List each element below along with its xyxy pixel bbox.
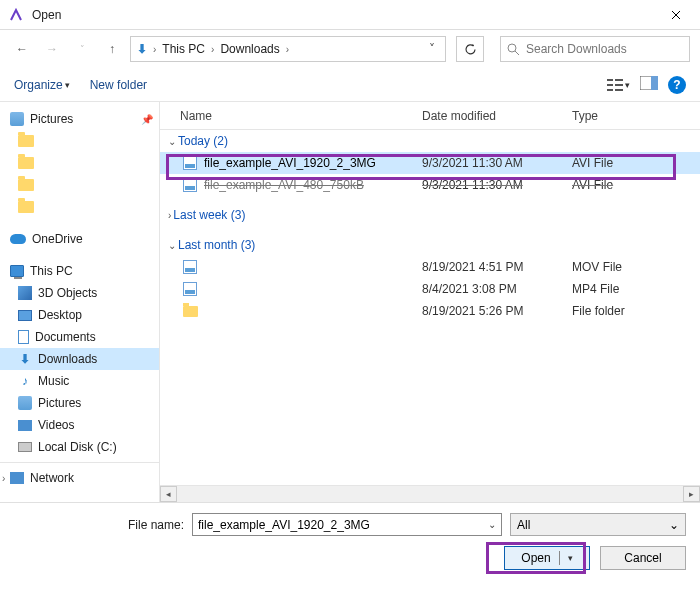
toolbar: Organize ▾ New folder ▾ ? — [0, 68, 700, 102]
filename-input[interactable]: file_example_AVI_1920_2_3MG ⌄ — [192, 513, 502, 536]
svg-line-1 — [515, 51, 519, 55]
file-row[interactable]: 8/4/2021 3:08 PM MP4 File — [160, 278, 700, 300]
column-date[interactable]: Date modified — [422, 109, 572, 123]
sidebar-quick-folder[interactable] — [0, 174, 159, 196]
breadcrumb-thispc[interactable]: This PC — [160, 42, 207, 56]
address-dropdown[interactable]: ˅ — [423, 42, 441, 56]
open-button[interactable]: Open▾ — [504, 546, 590, 570]
address-bar[interactable]: ⬇ › This PC › Downloads › ˅ — [130, 36, 446, 62]
file-row[interactable]: 8/19/2021 5:26 PM File folder — [160, 300, 700, 322]
recent-dropdown[interactable]: ˅ — [70, 37, 94, 61]
column-headers: Name Date modified Type — [160, 102, 700, 130]
chevron-right-icon: › — [153, 44, 156, 55]
chevron-right-icon: › — [286, 44, 289, 55]
svg-rect-5 — [615, 79, 623, 81]
videos-icon — [18, 420, 32, 431]
sidebar-item-pictures-quick[interactable]: Pictures 📌 — [0, 108, 159, 130]
file-icon — [182, 155, 198, 171]
chevron-down-icon[interactable]: ▾ — [568, 553, 573, 563]
file-icon — [182, 281, 198, 297]
folder-icon — [18, 179, 34, 191]
chevron-down-icon: ▾ — [625, 80, 630, 90]
sidebar-item-videos[interactable]: Videos — [0, 414, 159, 436]
documents-icon — [18, 330, 29, 344]
folder-icon — [18, 135, 34, 147]
chevron-down-icon[interactable]: ⌄ — [488, 519, 496, 530]
column-type[interactable]: Type — [572, 109, 700, 123]
svg-rect-6 — [615, 84, 623, 86]
music-icon: ♪ — [18, 374, 32, 388]
chevron-down-icon: ⌄ — [168, 240, 176, 251]
file-icon — [182, 177, 198, 193]
breadcrumb-downloads[interactable]: Downloads — [218, 42, 281, 56]
svg-rect-9 — [651, 76, 658, 90]
group-today[interactable]: ⌄Today (2) — [160, 130, 700, 152]
downloads-icon: ⬇ — [135, 42, 149, 56]
disk-icon — [18, 442, 32, 452]
titlebar: Open — [0, 0, 700, 30]
network-icon — [10, 472, 24, 484]
back-button[interactable]: ← — [10, 37, 34, 61]
folder-icon — [18, 201, 34, 213]
file-row[interactable]: 8/19/2021 4:51 PM MOV File — [160, 256, 700, 278]
window-title: Open — [32, 8, 653, 22]
chevron-down-icon: ⌄ — [669, 518, 679, 532]
cancel-button[interactable]: Cancel — [600, 546, 686, 570]
file-type-filter[interactable]: All ⌄ — [510, 513, 686, 536]
file-icon — [182, 259, 198, 275]
svg-rect-7 — [615, 89, 623, 91]
horizontal-scrollbar[interactable]: ◂ ▸ — [160, 485, 700, 502]
sidebar-quick-folder[interactable] — [0, 152, 159, 174]
svg-rect-4 — [607, 89, 613, 91]
app-icon — [8, 7, 24, 23]
navbar: ← → ˅ ↑ ⬇ › This PC › Downloads › ˅ Sear… — [0, 30, 700, 68]
sidebar: Pictures 📌 OneDrive This PC 3D Objects D… — [0, 102, 160, 502]
sidebar-item-thispc[interactable]: This PC — [0, 260, 159, 282]
sidebar-item-documents[interactable]: Documents — [0, 326, 159, 348]
pin-icon: 📌 — [141, 114, 153, 125]
onedrive-icon — [10, 234, 26, 244]
search-input[interactable]: Search Downloads — [500, 36, 690, 62]
forward-button[interactable]: → — [40, 37, 64, 61]
folder-icon — [182, 303, 198, 319]
refresh-button[interactable] — [456, 36, 484, 62]
svg-point-0 — [508, 44, 516, 52]
help-button[interactable]: ? — [668, 76, 686, 94]
chevron-right-icon: › — [168, 210, 171, 221]
thispc-icon — [10, 265, 24, 277]
close-button[interactable] — [653, 1, 698, 29]
organize-menu[interactable]: Organize ▾ — [14, 78, 70, 92]
up-button[interactable]: ↑ — [100, 37, 124, 61]
sidebar-item-network[interactable]: › Network — [0, 467, 159, 489]
sidebar-item-3dobjects[interactable]: 3D Objects — [0, 282, 159, 304]
preview-pane-button[interactable] — [640, 76, 658, 93]
new-folder-button[interactable]: New folder — [90, 78, 147, 92]
sidebar-item-onedrive[interactable]: OneDrive — [0, 228, 159, 250]
sidebar-item-desktop[interactable]: Desktop — [0, 304, 159, 326]
sidebar-item-music[interactable]: ♪Music — [0, 370, 159, 392]
file-row[interactable]: file_example_AVI_480_750kB 9/3/2021 11:3… — [160, 174, 700, 196]
downloads-icon: ⬇ — [18, 352, 32, 366]
sidebar-quick-folder[interactable] — [0, 130, 159, 152]
chevron-down-icon: ⌄ — [168, 136, 176, 147]
sidebar-quick-folder[interactable] — [0, 196, 159, 218]
file-row[interactable]: file_example_AVI_1920_2_3MG 9/3/2021 11:… — [160, 152, 700, 174]
scroll-right-button[interactable]: ▸ — [683, 486, 700, 502]
dialog-footer: File name: file_example_AVI_1920_2_3MG ⌄… — [0, 502, 700, 584]
sidebar-item-localdisk[interactable]: Local Disk (C:) — [0, 436, 159, 458]
file-list: Name Date modified Type ⌄Today (2) file_… — [160, 102, 700, 502]
sidebar-item-pictures[interactable]: Pictures — [0, 392, 159, 414]
group-lastmonth[interactable]: ⌄Last month (3) — [160, 234, 700, 256]
chevron-right-icon: › — [211, 44, 214, 55]
group-lastweek[interactable]: ›Last week (3) — [160, 204, 700, 226]
chevron-right-icon[interactable]: › — [2, 473, 5, 484]
svg-rect-2 — [607, 79, 613, 81]
column-name[interactable]: Name — [160, 109, 422, 123]
desktop-icon — [18, 310, 32, 321]
chevron-down-icon: ▾ — [65, 80, 70, 90]
svg-rect-3 — [607, 84, 613, 86]
pictures-icon — [18, 396, 32, 410]
sidebar-item-downloads[interactable]: ⬇Downloads — [0, 348, 159, 370]
view-options-button[interactable]: ▾ — [607, 78, 630, 92]
scroll-left-button[interactable]: ◂ — [160, 486, 177, 502]
